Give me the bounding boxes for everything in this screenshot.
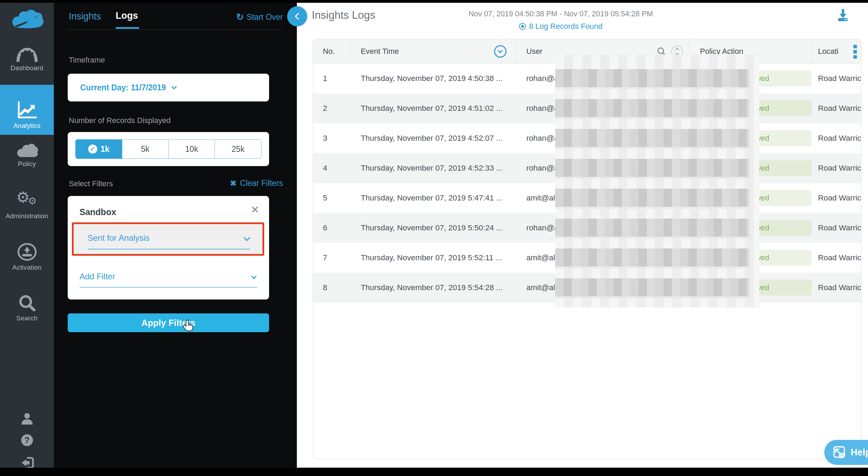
chevron-left-icon xyxy=(295,13,302,20)
sandbox-title: Sandbox xyxy=(80,207,116,217)
logout-icon[interactable] xyxy=(0,457,54,469)
tabs-divider xyxy=(68,30,283,30)
sidebar-item-label: Activation xyxy=(12,264,41,271)
records-found-link[interactable]: 8 Log Records Found xyxy=(519,22,603,31)
redaction-blur-bar xyxy=(555,189,750,207)
dropdown-underline xyxy=(80,287,257,288)
app-root: Dashboard Analytics Policy ⚙ xyxy=(0,0,868,476)
collapse-panel-button[interactable] xyxy=(287,6,307,26)
top-letterbox-bar xyxy=(0,0,868,3)
cell-event-time: Thursday, November 07, 2019 4:51:02 ... xyxy=(350,93,516,123)
records-found-label: 8 Log Records Found xyxy=(529,22,603,31)
zscaler-cloud-logo[interactable] xyxy=(10,8,44,33)
col-header-event-time[interactable]: Event Time xyxy=(350,39,516,63)
records-option-1k[interactable]: ✓ 1k xyxy=(75,139,122,159)
help-label: Help xyxy=(851,447,868,458)
timeframe-dropdown[interactable]: Current Day: 11/7/2019 xyxy=(68,74,269,101)
sandbox-value-dropdown[interactable]: Sent for Analysis xyxy=(74,224,262,254)
clear-x-icon: ✖ xyxy=(230,179,236,188)
sidebar-item-search[interactable]: Search xyxy=(0,294,54,322)
svg-text:?: ? xyxy=(840,453,843,458)
col-header-no[interactable]: No. xyxy=(313,39,350,63)
check-circle-icon: ✓ xyxy=(88,145,97,154)
sidebar-item-administration[interactable]: ⚙ ⚙ Administration xyxy=(0,191,54,220)
annotation-highlight-box: Sent for Analysis xyxy=(72,222,264,256)
cell-location: Road Warric xyxy=(812,93,861,123)
magnifier-icon xyxy=(17,294,37,312)
cell-location: Road Warric xyxy=(812,64,861,93)
cell-location: Road Warric xyxy=(812,243,861,273)
records-option-25k[interactable]: 25k xyxy=(215,139,261,159)
cell-event-time: Thursday, November 07, 2019 5:47:41 ... xyxy=(350,183,516,213)
speedometer-icon xyxy=(16,47,38,62)
cell-no: 6 xyxy=(313,213,350,243)
records-label: Number of Records Displayed xyxy=(69,116,170,125)
redaction-blur-bar xyxy=(555,219,750,237)
column-menu-icon[interactable] xyxy=(853,45,857,59)
chevron-down-icon xyxy=(251,274,257,279)
active-tab-underline xyxy=(116,27,139,29)
records-option-10k[interactable]: 10k xyxy=(169,139,215,159)
cell-event-time: Thursday, November 07, 2019 5:52:11 ... xyxy=(350,243,516,273)
redaction-blur-bar xyxy=(555,99,750,117)
date-range-text: Nov 07, 2019 04:50:38 PM - Nov 07, 2019 … xyxy=(399,10,722,18)
cell-no: 7 xyxy=(313,243,350,273)
records-option-label: 1k xyxy=(101,145,110,154)
line-chart-icon xyxy=(17,101,37,120)
sort-desc-icon[interactable] xyxy=(494,45,507,58)
cell-no: 1 xyxy=(313,64,350,93)
chevron-down-icon xyxy=(171,84,177,89)
sidebar-item-activation[interactable]: Activation xyxy=(0,243,54,271)
select-filters-label: Select Filters xyxy=(69,179,113,188)
help-button[interactable]: ? Help xyxy=(824,440,868,465)
sidebar-item-dashboard[interactable]: Dashboard xyxy=(0,47,54,72)
clear-filters-label: Clear Filters xyxy=(240,179,283,188)
close-icon[interactable]: ✕ xyxy=(251,204,259,216)
sidebar-item-policy[interactable]: Policy xyxy=(0,142,54,168)
cell-event-time: Thursday, November 07, 2019 5:50:24 ... xyxy=(350,213,516,243)
cell-location: Road Warric xyxy=(812,123,861,153)
timeframe-value: Current Day: 11/7/2019 xyxy=(80,83,166,92)
sandbox-selected-value: Sent for Analysis xyxy=(87,233,150,243)
sidebar-item-label: Policy xyxy=(18,160,36,168)
dropdown-underline xyxy=(87,249,250,249)
add-filter-dropdown[interactable]: Add Filter xyxy=(80,272,257,281)
cell-event-time: Thursday, November 07, 2019 4:52:33 ... xyxy=(350,153,516,183)
cell-location: Road Warric xyxy=(812,213,861,243)
start-over-button[interactable]: ↻ Start Over xyxy=(236,12,283,23)
help-circle-icon[interactable]: ? xyxy=(0,434,54,446)
redaction-blur-bar xyxy=(555,159,750,177)
upload-circle-icon xyxy=(17,243,37,261)
cell-no: 2 xyxy=(313,93,350,123)
timeframe-label: Timeframe xyxy=(69,56,105,65)
sidebar-item-label: Administration xyxy=(6,212,48,220)
download-icon[interactable] xyxy=(836,9,850,22)
cell-location: Road Warric xyxy=(812,153,861,183)
records-segmented-control: ✓ 1k 5k 10k 25k xyxy=(75,139,261,159)
sidebar-item-analytics[interactable]: Analytics xyxy=(0,85,54,135)
cell-location: Road Warric xyxy=(812,273,861,303)
clear-filters-button[interactable]: ✖ Clear Filters xyxy=(230,179,283,188)
bottom-letterbox-bar xyxy=(0,468,868,476)
start-over-label: Start Over xyxy=(247,13,283,22)
records-option-label: 10k xyxy=(185,145,198,154)
apply-filters-button[interactable]: Apply Filters xyxy=(68,313,269,332)
records-option-5k[interactable]: 5k xyxy=(122,139,169,159)
add-filter-label: Add Filter xyxy=(80,272,115,281)
tab-insights[interactable]: Insights xyxy=(69,11,101,22)
chevron-down-icon xyxy=(243,234,250,241)
records-card: ✓ 1k 5k 10k 25k xyxy=(68,132,269,166)
redaction-blur-bar xyxy=(555,129,750,147)
logs-table: No. Event Time User xyxy=(313,39,861,459)
sidebar-item-label: Search xyxy=(16,314,37,322)
tab-logs[interactable]: Logs xyxy=(116,10,138,21)
user-icon[interactable] xyxy=(0,412,54,425)
records-option-label: 5k xyxy=(141,145,149,154)
cell-event-time: Thursday, November 07, 2019 5:54:28 ... xyxy=(350,273,516,303)
left-nav-rail: Dashboard Analytics Policy ⚙ xyxy=(0,3,54,468)
target-icon xyxy=(519,23,526,30)
redaction-blur-bar xyxy=(555,248,750,266)
refresh-icon: ↻ xyxy=(236,12,244,23)
feedback-icon: ? xyxy=(831,445,846,460)
redaction-blur-bar xyxy=(555,278,750,296)
